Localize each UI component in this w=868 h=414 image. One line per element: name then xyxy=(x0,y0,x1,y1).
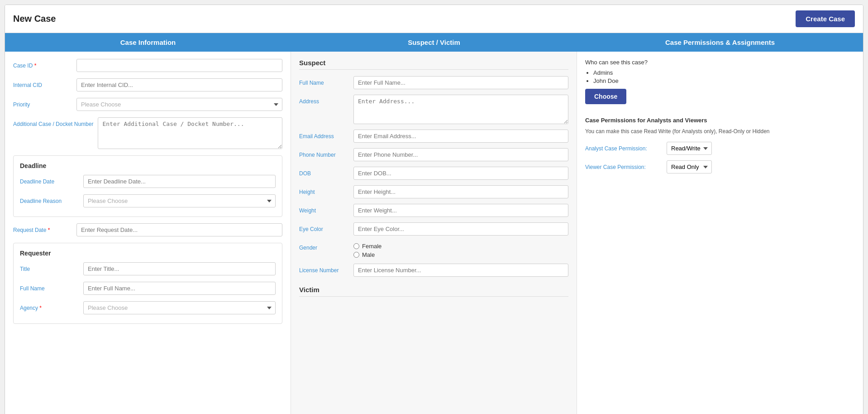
suspect-fullname-row: Full Name xyxy=(299,76,568,89)
who-can-see-list: Admins John Doe xyxy=(585,69,855,84)
suspect-email-row: Email Address xyxy=(299,130,568,143)
internal-cid-row: Internal CID xyxy=(13,78,282,91)
analyst-permission-row: Analyst Case Permission: Read/Write Read… xyxy=(585,142,855,155)
suspect-gender-options: Female Male xyxy=(353,241,382,258)
requester-title-row: Title xyxy=(20,262,276,275)
gender-male-radio[interactable] xyxy=(353,252,359,258)
suspect-fullname-label: Full Name xyxy=(299,76,349,86)
suspect-phone-row: Phone Number xyxy=(299,148,568,161)
priority-row: Priority Please Choose High Medium Low xyxy=(13,98,282,111)
suspect-license-label: License Number xyxy=(299,264,349,274)
viewer-permission-label: Viewer Case Permission: xyxy=(585,164,662,170)
requester-section: Requester Title Full Name Agency Please … xyxy=(13,243,282,324)
request-date-row: Request Date xyxy=(13,223,282,236)
requester-fullname-label: Full Name xyxy=(20,282,79,292)
suspect-height-label: Height xyxy=(299,185,349,195)
request-date-label: Request Date xyxy=(13,223,72,233)
deadline-section: Deadline Deadline Date Deadline Reason P… xyxy=(13,155,282,217)
col-header-case-info: Case Information xyxy=(5,33,291,52)
suspect-weight-row: Weight xyxy=(299,204,568,217)
suspect-address-label: Address xyxy=(299,95,349,105)
suspect-gender-row: Gender Female Male xyxy=(299,241,568,258)
col-header-permissions: Case Permissions & Assignments xyxy=(577,33,863,52)
who-can-see-title: Who can see this case? xyxy=(585,59,855,66)
gender-male-option[interactable]: Male xyxy=(353,251,382,258)
case-id-label: Case ID xyxy=(13,59,72,69)
choose-button[interactable]: Choose xyxy=(585,89,626,104)
viewer-permission-select[interactable]: Read Only Read/Write Hidden xyxy=(667,160,712,173)
page-wrapper: New Case Create Case Case Information Su… xyxy=(5,5,863,414)
analyst-permission-select[interactable]: Read/Write Read Only Hidden xyxy=(667,142,712,155)
suspect-email-label: Email Address xyxy=(299,130,349,140)
john-doe-item: John Doe xyxy=(593,77,855,84)
col-header-suspect-victim: Suspect / Victim xyxy=(291,33,577,52)
gender-male-label: Male xyxy=(362,251,375,258)
additional-case-input[interactable] xyxy=(98,117,282,149)
suspect-address-input[interactable] xyxy=(353,95,568,124)
deadline-date-row: Deadline Date xyxy=(20,175,276,188)
suspect-height-input[interactable] xyxy=(353,185,568,198)
suspect-weight-input[interactable] xyxy=(353,204,568,217)
viewer-permission-row: Viewer Case Permission: Read Only Read/W… xyxy=(585,160,855,173)
suspect-email-input[interactable] xyxy=(353,130,568,143)
agency-row: Agency Please Choose FBI DEA Local PD xyxy=(20,301,276,314)
additional-case-label: Additional Case / Docket Number xyxy=(13,117,93,127)
suspect-gender-label: Gender xyxy=(299,241,349,251)
deadline-section-title: Deadline xyxy=(20,162,276,169)
suspect-address-row: Address xyxy=(299,95,568,124)
victim-heading: Victim xyxy=(299,286,568,297)
suspect-license-row: License Number xyxy=(299,264,568,277)
column-headers: Case Information Suspect / Victim Case P… xyxy=(5,33,863,52)
case-id-input[interactable] xyxy=(76,59,282,72)
create-case-button[interactable]: Create Case xyxy=(796,10,855,27)
requester-section-title: Requester xyxy=(20,250,276,257)
main-columns: Case ID Internal CID Priority Please Cho… xyxy=(5,52,863,414)
suspect-dob-label: DOB xyxy=(299,167,349,177)
suspect-license-input[interactable] xyxy=(353,264,568,277)
permissions-desc: You can make this case Read Write (for A… xyxy=(585,127,855,135)
gender-female-radio[interactable] xyxy=(353,243,359,249)
internal-cid-input[interactable] xyxy=(76,78,282,91)
deadline-reason-select[interactable]: Please Choose Urgent Standard xyxy=(83,194,276,207)
agency-select[interactable]: Please Choose FBI DEA Local PD xyxy=(83,301,276,314)
priority-select[interactable]: Please Choose High Medium Low xyxy=(76,98,282,111)
admins-item: Admins xyxy=(593,69,855,76)
case-id-row: Case ID xyxy=(13,59,282,72)
deadline-reason-label: Deadline Reason xyxy=(20,194,79,204)
deadline-date-label: Deadline Date xyxy=(20,175,79,185)
request-date-input[interactable] xyxy=(76,223,282,236)
permissions-title: Case Permissions for Analysts and Viewer… xyxy=(585,117,855,124)
requester-fullname-row: Full Name xyxy=(20,282,276,295)
deadline-date-input[interactable] xyxy=(83,175,276,188)
suspect-weight-label: Weight xyxy=(299,204,349,214)
suspect-eye-color-row: Eye Color xyxy=(299,222,568,236)
suspect-dob-row: DOB xyxy=(299,167,568,180)
suspect-phone-input[interactable] xyxy=(353,148,568,161)
deadline-reason-row: Deadline Reason Please Choose Urgent Sta… xyxy=(20,194,276,207)
suspect-victim-column: Suspect Full Name Address Email Address … xyxy=(291,52,577,414)
permissions-column: Who can see this case? Admins John Doe C… xyxy=(577,52,863,414)
priority-label: Priority xyxy=(13,98,72,108)
gender-female-option[interactable]: Female xyxy=(353,243,382,250)
case-info-column: Case ID Internal CID Priority Please Cho… xyxy=(5,52,291,414)
suspect-phone-label: Phone Number xyxy=(299,148,349,158)
suspect-eye-color-label: Eye Color xyxy=(299,222,349,232)
gender-female-label: Female xyxy=(362,243,382,250)
suspect-dob-input[interactable] xyxy=(353,167,568,180)
suspect-heading: Suspect xyxy=(299,59,568,70)
agency-label: Agency xyxy=(20,301,79,311)
internal-cid-label: Internal CID xyxy=(13,78,72,88)
requester-title-input[interactable] xyxy=(83,262,276,275)
page-header: New Case Create Case xyxy=(5,5,863,33)
requester-fullname-input[interactable] xyxy=(83,282,276,295)
analyst-permission-label: Analyst Case Permission: xyxy=(585,145,662,152)
suspect-eye-color-input[interactable] xyxy=(353,222,568,236)
page-title: New Case xyxy=(13,14,56,24)
suspect-fullname-input[interactable] xyxy=(353,76,568,89)
additional-case-row: Additional Case / Docket Number xyxy=(13,117,282,149)
requester-title-label: Title xyxy=(20,262,79,272)
suspect-height-row: Height xyxy=(299,185,568,198)
